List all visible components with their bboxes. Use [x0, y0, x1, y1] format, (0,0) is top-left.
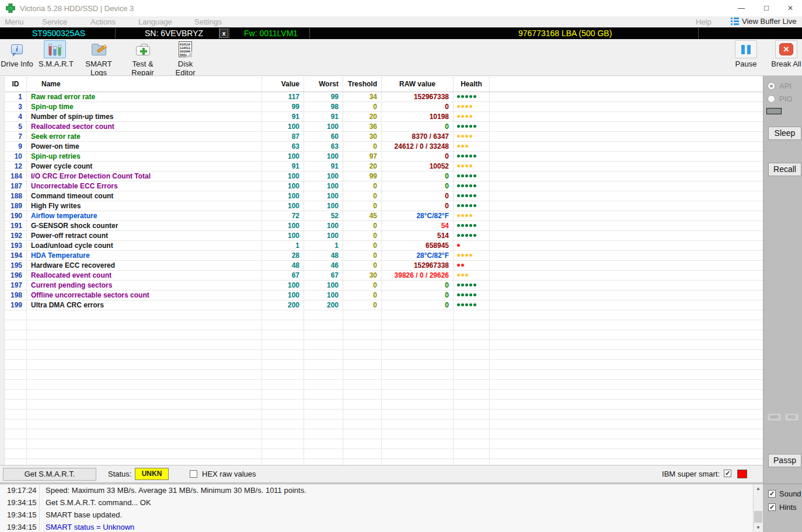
health-dot	[461, 204, 464, 207]
api-radio[interactable]: API	[768, 82, 791, 90]
sleep-button[interactable]: Sleep	[768, 127, 801, 140]
table-row[interactable]: 10Spin-up retries100100970	[5, 152, 763, 162]
empty-cell	[27, 350, 262, 359]
table-row[interactable]: 196Reallocated event count67673039826 / …	[5, 271, 763, 281]
health-dot	[461, 95, 464, 98]
row-worst: 1	[304, 241, 343, 250]
empty-cell	[490, 320, 763, 330]
table-row[interactable]: 197Current pending sectors10010000	[5, 281, 763, 290]
row-raw: 0	[382, 122, 454, 131]
hints-checkbox[interactable]: ✓	[768, 503, 776, 511]
hints-option[interactable]: ✓ Hints	[768, 503, 797, 512]
menu-item-settings[interactable]: Settings	[194, 18, 222, 26]
health-dot	[461, 293, 464, 296]
table-row[interactable]: 9Power-on time6363024612 / 0 / 33248	[5, 142, 763, 152]
scroll-up-icon[interactable]: ▲	[754, 484, 763, 493]
table-row[interactable]: 192Power-off retract count1001000514	[5, 231, 763, 241]
sound-checkbox[interactable]: ✓	[768, 490, 776, 498]
maximize-button[interactable]: ☐	[754, 0, 779, 16]
disk-editor-button[interactable]: 010110 110011 101000 0001 Disk Editor	[168, 40, 203, 77]
ibm-super-smart-checkbox[interactable]: ✓	[724, 470, 731, 477]
empty-cell	[490, 310, 763, 320]
row-id: 1	[5, 92, 27, 102]
row-worst: 100	[304, 281, 343, 290]
scroll-down-icon[interactable]: ▼	[754, 523, 763, 532]
table-row[interactable]: 5Reallocated sector count100100360	[5, 122, 763, 132]
table-row[interactable]: 4Number of spin-up times91912010198	[5, 112, 763, 122]
hex-raw-values-checkbox[interactable]	[190, 470, 197, 478]
pio-radio[interactable]: PIO	[768, 94, 792, 103]
menu-item-help[interactable]: Help	[696, 18, 712, 26]
test-repair-button[interactable]: Test & Repair	[124, 40, 162, 77]
row-health	[454, 281, 490, 290]
health-dot	[473, 303, 476, 306]
table-row[interactable]: 184I/O CRC Error Detection Count Total10…	[5, 172, 763, 181]
row-worst: 67	[304, 271, 343, 280]
table-row[interactable]: 195Hardware ECC recovered48460152967338	[5, 261, 763, 271]
empty-cell	[382, 449, 454, 459]
view-buffer-live-button[interactable]: View Buffer Live	[731, 17, 796, 26]
row-raw: 0	[382, 191, 454, 201]
health-dot	[469, 135, 472, 138]
empty-cell	[490, 360, 763, 369]
health-dot	[461, 194, 464, 197]
drive-info-button[interactable]: i Drive Info	[0, 40, 34, 68]
row-raw: 10198	[382, 112, 454, 121]
empty-cell	[382, 350, 454, 359]
break-all-button[interactable]: ✕ Break All	[769, 40, 802, 68]
scrollbar-thumb[interactable]	[754, 511, 762, 523]
log-message: SMART base updated.	[40, 510, 122, 519]
empty-cell	[262, 310, 304, 320]
wr-button[interactable]: WR	[767, 413, 782, 421]
empty-cell	[454, 350, 490, 359]
table-row[interactable]: 191G-SENSOR shock counter100100054	[5, 221, 763, 231]
drive-model: ST9500325AS	[32, 29, 85, 38]
empty-cell	[27, 400, 262, 409]
row-filler	[490, 142, 763, 151]
recall-button[interactable]: Recall	[768, 163, 801, 176]
empty-cell	[343, 350, 382, 359]
row-filler	[490, 172, 763, 181]
smart-logs-button[interactable]: SMART Logs	[81, 40, 116, 77]
row-value: 67	[262, 271, 304, 280]
smart-button[interactable]: S.M.A.R.T	[39, 40, 71, 68]
passp-button[interactable]: Passp	[768, 454, 801, 467]
sound-option[interactable]: ✓ Sound	[768, 489, 801, 498]
health-dot	[457, 155, 460, 158]
table-row[interactable]: 194HDA Temperature2848028°C/82°F	[5, 251, 763, 261]
table-row[interactable]: 199Ultra DMA CRC errors20020000	[5, 300, 763, 310]
health-dot	[457, 135, 460, 138]
menu-item-menu[interactable]: Menu	[5, 18, 24, 26]
table-row[interactable]: 193Load/unload cycle count110658945	[5, 241, 763, 251]
device-close-button[interactable]: x	[219, 29, 228, 38]
health-dot	[461, 234, 464, 237]
menu-item-language[interactable]: Language	[138, 18, 172, 26]
row-id: 190	[5, 211, 27, 220]
table-row[interactable]: 190Airflow temperature72524528°C/82°F	[5, 211, 763, 221]
health-dot	[469, 155, 472, 158]
empty-cell	[5, 390, 27, 399]
row-health	[454, 231, 490, 240]
table-row[interactable]: 3Spin-up time999800	[5, 102, 763, 112]
table-row[interactable]: 7Seek error rate8760308370 / 6347	[5, 132, 763, 142]
get-smart-button[interactable]: Get S.M.A.R.T.	[3, 468, 96, 481]
table-row[interactable]: 187Uncorrectable ECC Errors10010000	[5, 181, 763, 191]
table-row[interactable]: 1Raw read error rate1179934152967338	[5, 92, 763, 102]
table-row[interactable]: 188Command timeout count10010000	[5, 191, 763, 201]
menu-item-actions[interactable]: Actions	[90, 18, 116, 26]
close-button[interactable]: ✕	[777, 0, 802, 16]
row-treshold: 0	[343, 231, 382, 240]
smart-label: S.M.A.R.T	[39, 60, 71, 68]
minimize-button[interactable]: —	[728, 0, 754, 16]
table-row[interactable]: 189High Fly writes10010000	[5, 201, 763, 211]
health-dot	[473, 194, 476, 197]
table-row[interactable]: 12Power cycle count91912010052	[5, 162, 763, 172]
pause-button[interactable]: Pause	[731, 40, 761, 68]
rd-button[interactable]: RD	[784, 413, 799, 421]
menu-item-service[interactable]: Service	[42, 18, 67, 26]
empty-cell	[454, 459, 490, 465]
health-dot	[465, 204, 468, 207]
log-scrollbar[interactable]: ▲ ▼	[753, 484, 763, 532]
row-treshold: 20	[343, 112, 382, 121]
table-row[interactable]: 198Offline uncorrectable sectors count10…	[5, 290, 763, 300]
